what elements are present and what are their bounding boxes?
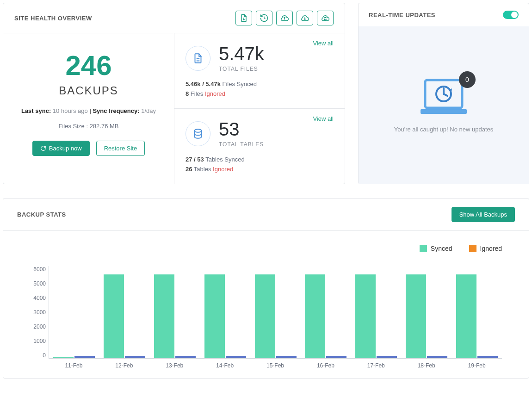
bar-synced bbox=[406, 274, 426, 358]
site-health-card: SITE HEALTH OVERVIEW 246 BACKUPS Last sy… bbox=[3, 3, 345, 184]
tables-ignored-line: 26 Tables Ignored bbox=[186, 166, 334, 173]
backup-stats-card: BACKUP STATS Show All Backups Synced Ign… bbox=[3, 198, 529, 379]
bar-ignored bbox=[125, 356, 145, 358]
bar-synced bbox=[104, 274, 124, 358]
chart-legend: Synced Ignored bbox=[30, 245, 502, 252]
site-health-title: SITE HEALTH OVERVIEW bbox=[14, 15, 92, 22]
chart-category bbox=[250, 266, 301, 358]
total-files-block: View all 5.47k TOTAL FILES 5.46k / 5.47k… bbox=[174, 33, 345, 108]
tables-synced-line: 27 / 53 Tables Synced bbox=[186, 156, 334, 163]
files-size: Files Size : 282.76 MB bbox=[12, 123, 165, 130]
bar-synced bbox=[456, 274, 476, 358]
total-tables-label: TOTAL TABLES bbox=[219, 141, 264, 148]
svg-rect-2 bbox=[421, 109, 467, 114]
files-ignored-count: 8 bbox=[186, 90, 189, 97]
chart-category bbox=[200, 266, 250, 358]
bar-ignored bbox=[377, 356, 397, 358]
backups-label: BACKUPS bbox=[12, 84, 165, 97]
legend-ignored-label: Ignored bbox=[480, 245, 502, 252]
legend-swatch-ignored bbox=[469, 245, 476, 252]
tables-ignored-count: 26 bbox=[186, 166, 192, 173]
chart-y-axis: 6000500040003000200010000 bbox=[30, 266, 49, 359]
chart-x-axis: 11-Feb12-Feb13-Feb14-Feb15-Feb16-Feb17-F… bbox=[49, 359, 502, 369]
files-ignored-line: 8 Files Ignored bbox=[186, 90, 334, 97]
backup-stats-title: BACKUP STATS bbox=[17, 211, 66, 218]
download-report-icon[interactable] bbox=[235, 11, 252, 25]
action-icon-group bbox=[235, 11, 334, 25]
realtime-card: REAL-TIME UPDATES 0 You're all caught up… bbox=[358, 3, 529, 184]
x-tick: 14-Feb bbox=[200, 359, 250, 369]
meta-separator: | bbox=[89, 107, 91, 114]
y-tick: 4000 bbox=[33, 295, 46, 301]
bar-ignored bbox=[477, 356, 498, 358]
sync-meta-line: Last sync: 10 hours ago | Sync frequency… bbox=[12, 107, 165, 114]
bar-synced bbox=[204, 274, 225, 358]
files-ignored-text: Files bbox=[191, 90, 203, 97]
chart-category bbox=[301, 266, 351, 358]
realtime-title: REAL-TIME UPDATES bbox=[369, 12, 435, 19]
cloud-sync-icon[interactable] bbox=[317, 11, 334, 25]
bar-ignored bbox=[175, 356, 196, 358]
bar-synced bbox=[255, 274, 275, 358]
bar-synced bbox=[305, 274, 325, 358]
tables-ignored-word: Ignored bbox=[213, 166, 233, 173]
backup-now-button[interactable]: Backup now bbox=[32, 141, 90, 156]
y-tick: 2000 bbox=[33, 323, 46, 330]
bar-synced bbox=[53, 357, 74, 358]
bar-synced bbox=[355, 274, 376, 358]
updates-count-badge: 0 bbox=[459, 71, 476, 88]
cloud-upload-icon[interactable] bbox=[276, 11, 293, 25]
show-all-backups-label: Show All Backups bbox=[459, 211, 507, 218]
bar-ignored bbox=[74, 356, 95, 358]
svg-point-0 bbox=[194, 129, 201, 132]
y-tick: 6000 bbox=[33, 266, 46, 273]
legend-synced-label: Synced bbox=[431, 245, 452, 252]
caught-up-text: You're all caught up! No new updates bbox=[394, 126, 494, 133]
y-tick: 0 bbox=[43, 352, 46, 359]
chart-category bbox=[49, 266, 99, 358]
database-icon bbox=[186, 121, 210, 146]
x-tick: 12-Feb bbox=[99, 359, 149, 369]
chart-category bbox=[99, 266, 150, 358]
total-tables-value: 53 bbox=[219, 120, 264, 138]
chart-category bbox=[150, 266, 200, 358]
y-tick: 3000 bbox=[33, 309, 46, 316]
file-icon bbox=[186, 46, 210, 71]
tables-ignored-text: Tables bbox=[194, 166, 211, 173]
last-sync-value: 10 hours ago bbox=[53, 107, 88, 114]
total-files-label: TOTAL FILES bbox=[219, 66, 264, 72]
x-tick: 13-Feb bbox=[149, 359, 200, 369]
files-synced-count: 5.46k / 5.47k bbox=[186, 81, 221, 87]
backup-now-label: Backup now bbox=[49, 145, 82, 152]
y-tick: 1000 bbox=[33, 338, 46, 344]
chart-category bbox=[401, 266, 452, 358]
total-files-value: 5.47k bbox=[219, 44, 264, 63]
history-icon[interactable] bbox=[256, 11, 272, 25]
files-synced-text: Files Synced bbox=[223, 81, 257, 87]
x-tick: 17-Feb bbox=[351, 359, 401, 369]
chart-area: Synced Ignored 6000500040003000200010000… bbox=[3, 231, 529, 378]
cloud-download-icon[interactable] bbox=[297, 11, 313, 25]
legend-synced: Synced bbox=[420, 245, 452, 252]
restore-site-button[interactable]: Restore Site bbox=[96, 141, 145, 156]
realtime-illustration: 0 bbox=[418, 78, 469, 117]
bar-ignored bbox=[326, 356, 346, 358]
site-health-header: SITE HEALTH OVERVIEW bbox=[3, 3, 345, 33]
last-sync-label: Last sync: bbox=[21, 107, 51, 114]
backups-pane: 246 BACKUPS Last sync: 10 hours ago | Sy… bbox=[3, 33, 174, 184]
tables-synced-count: 27 / 53 bbox=[186, 156, 204, 163]
x-tick: 11-Feb bbox=[49, 359, 99, 369]
view-all-tables-link[interactable]: View all bbox=[313, 115, 334, 122]
x-tick: 18-Feb bbox=[401, 359, 452, 369]
restore-site-label: Restore Site bbox=[104, 145, 137, 152]
view-all-files-link[interactable]: View all bbox=[313, 40, 334, 47]
chart-category bbox=[351, 266, 402, 358]
total-tables-block: View all 53 TOTAL TABLES 27 / 53 Tables … bbox=[174, 108, 345, 184]
chart-plot bbox=[49, 266, 502, 359]
sync-freq-label: Sync frequency: bbox=[93, 107, 139, 114]
realtime-toggle[interactable] bbox=[503, 11, 519, 19]
bar-ignored bbox=[427, 356, 447, 358]
show-all-backups-button[interactable]: Show All Backups bbox=[452, 207, 515, 222]
x-tick: 15-Feb bbox=[250, 359, 301, 369]
y-tick: 5000 bbox=[33, 280, 46, 287]
